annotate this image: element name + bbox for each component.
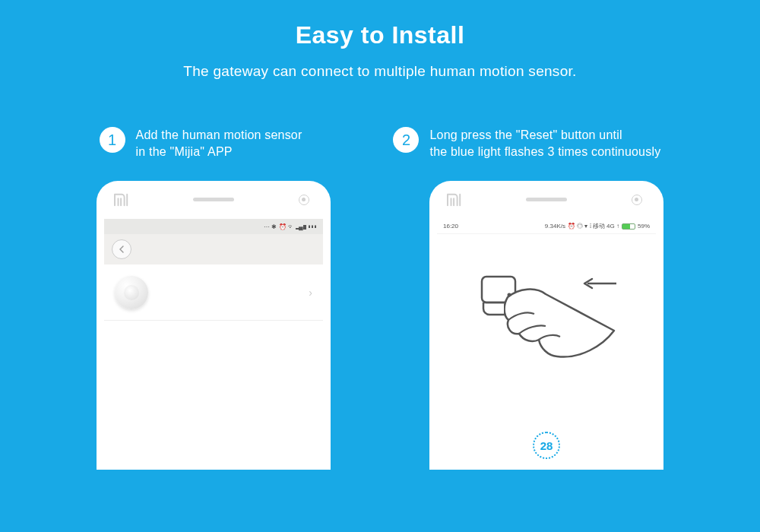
reset-illustration (437, 234, 656, 401)
mi-logo-icon (113, 193, 130, 207)
steps-row: 1 Add the human motion sensor in the "Mi… (0, 127, 760, 160)
header: Easy to Install The gateway can connect … (0, 0, 760, 80)
step-text: Add the human motion sensor in the "Miji… (136, 127, 302, 160)
arrow-left-icon (581, 277, 618, 290)
motion-sensor-icon (115, 276, 148, 309)
phone-bezel-top (97, 181, 331, 219)
phones-row: ⋯ ✱ ⏰ ᯤ ▂▄▆ ▮▮▮ › (0, 181, 760, 470)
hand-press-icon (504, 283, 618, 367)
back-button[interactable] (112, 239, 131, 259)
phone-speaker (526, 198, 567, 201)
status-net-speed: 9.34K/s (545, 223, 565, 230)
step-2: 2 Long press the "Reset" button until th… (393, 127, 660, 160)
status-bar: 16:20 9.34K/s ⏰ ◎ ▾ ⦙⦙ 移动 4G ↑ 59% (437, 219, 656, 234)
status-battery-pct: 59% (638, 223, 650, 230)
phone-camera-icon (299, 195, 309, 205)
page-subtitle: The gateway can connect to multiple huma… (0, 63, 760, 80)
mi-logo-icon (446, 193, 463, 207)
phone-bezel-top (429, 181, 663, 219)
step-badge: 1 (100, 127, 125, 153)
step-text: Long press the "Reset" button until the … (429, 127, 660, 160)
phone-screen-1: ⋯ ✱ ⏰ ᯤ ▂▄▆ ▮▮▮ › (104, 219, 323, 470)
status-indicators: ⏰ ◎ ▾ ⦙⦙ 移动 4G ↑ (568, 222, 619, 230)
status-icons: ⋯ ✱ ⏰ ᯤ ▂▄▆ ▮▮▮ (264, 223, 317, 230)
status-bar: ⋯ ✱ ⏰ ᯤ ▂▄▆ ▮▮▮ (104, 219, 323, 234)
countdown-value: 28 (540, 439, 553, 452)
step-1: 1 Add the human motion sensor in the "Mi… (100, 127, 302, 160)
battery-icon (622, 223, 635, 230)
page-title: Easy to Install (0, 21, 760, 49)
phone-speaker (193, 198, 234, 201)
countdown-timer: 28 (533, 432, 560, 459)
phone-camera-icon (632, 195, 642, 205)
phone-mockup-2: 16:20 9.34K/s ⏰ ◎ ▾ ⦙⦙ 移动 4G ↑ 59% (429, 181, 663, 470)
chevron-right-icon: › (309, 287, 312, 299)
step-badge: 2 (393, 127, 419, 153)
phone-mockup-1: ⋯ ✱ ⏰ ᯤ ▂▄▆ ▮▮▮ › (97, 181, 331, 470)
nav-bar (104, 234, 323, 264)
chevron-left-icon (118, 245, 125, 253)
status-time: 16:20 (443, 223, 458, 230)
phone-screen-2: 16:20 9.34K/s ⏰ ◎ ▾ ⦙⦙ 移动 4G ↑ 59% (437, 219, 656, 470)
device-list-item[interactable]: › (104, 264, 323, 321)
